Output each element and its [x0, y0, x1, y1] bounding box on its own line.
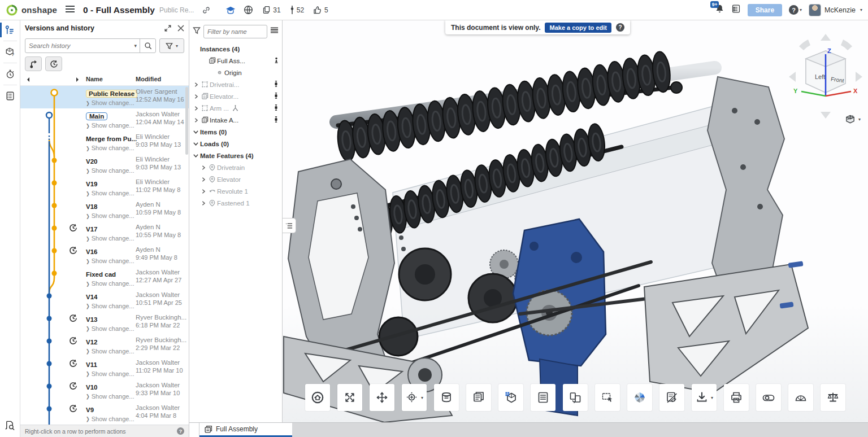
expand-panel-icon[interactable]	[164, 24, 172, 32]
version-row[interactable]: Main ❯Show change... Jackson Walter 12:0…	[20, 108, 189, 131]
copy-link-icon[interactable]	[202, 6, 211, 15]
show-changes-chevron[interactable]: ❯	[86, 371, 90, 377]
show-changes-chevron[interactable]: ❯	[86, 258, 90, 264]
branches-count[interactable]: 52	[290, 5, 304, 15]
search-dropdown-caret[interactable]: ▾	[131, 43, 140, 49]
show-changes-chevron[interactable]: ❯	[86, 213, 90, 219]
version-row[interactable]: V11 ❯Show change... Jackson Walter 11:02…	[20, 357, 189, 379]
show-changes-link[interactable]: Show change...	[92, 99, 134, 106]
share-button[interactable]: Share	[748, 4, 782, 16]
instance-item-elevator[interactable]: Elevator	[189, 173, 282, 185]
instance-item-fastened-1[interactable]: Fastened 1	[189, 197, 282, 209]
assembly-3d-model[interactable]	[283, 20, 868, 422]
onshape-logo[interactable]: onshape	[6, 4, 57, 16]
show-changes-link[interactable]: Show change...	[92, 348, 134, 355]
status-help-icon[interactable]: ?	[177, 427, 184, 435]
notifications-bell[interactable]: 9+	[715, 4, 724, 16]
show-changes-link[interactable]: Show change...	[92, 393, 134, 400]
show-changes-link[interactable]: Show change...	[92, 257, 134, 264]
copies-count[interactable]: 31	[262, 6, 280, 14]
expand-graph-icon[interactable]	[76, 77, 81, 82]
viewcube-arrow-right[interactable]	[856, 72, 862, 82]
show-branches-toggle[interactable]	[25, 56, 42, 71]
viewcube-arrow-left[interactable]	[789, 72, 796, 82]
bom-table-button[interactable]	[531, 384, 555, 411]
rail-document-search[interactable]	[0, 416, 20, 435]
tab-full-assembly[interactable]: Full Assembly	[199, 423, 292, 437]
viewcube-rotate-left[interactable]	[799, 40, 810, 50]
version-row[interactable]: V20 ❯Show change... Eli Winckler 9:03 PM…	[20, 154, 189, 176]
rail-versions-history[interactable]	[0, 20, 20, 40]
exploded-view-button[interactable]	[498, 384, 523, 411]
expand-icon[interactable]	[192, 106, 200, 111]
collapse-icon[interactable]	[192, 141, 200, 147]
instance-item-arm[interactable]: Arm ...	[189, 102, 282, 114]
show-changes-chevron[interactable]: ❯	[86, 100, 90, 106]
likes-count[interactable]: 5	[313, 6, 328, 15]
list-view-icon[interactable]	[270, 27, 279, 37]
instance-item-origin[interactable]: Origin	[189, 67, 282, 78]
show-changes-link[interactable]: Show change...	[92, 167, 134, 174]
show-changes-link[interactable]: Show change...	[92, 325, 134, 332]
show-changes-link[interactable]: Show change...	[92, 416, 134, 422]
version-row[interactable]: Merge from Pu... ❯Show change... Eli Win…	[20, 131, 189, 154]
pin-icon[interactable]	[272, 104, 280, 112]
export-download-button[interactable]: ▾	[692, 384, 717, 411]
history-filter-button[interactable]: ▾	[159, 38, 184, 53]
pin-icon[interactable]	[272, 92, 280, 100]
dropdown-caret[interactable]: ▾	[421, 395, 423, 400]
history-search[interactable]: ▾	[25, 38, 156, 53]
rail-parts-list[interactable]: ?	[0, 42, 20, 62]
viewcube-arrow-down[interactable]	[821, 112, 831, 119]
show-changes-chevron[interactable]: ❯	[86, 123, 90, 129]
instance-item-intake-a[interactable]: Intake A...	[189, 114, 282, 126]
show-changes-link[interactable]: Show change...	[92, 212, 134, 219]
instance-item-items-0[interactable]: Items (0)	[189, 126, 282, 138]
measure-button[interactable]	[756, 384, 781, 411]
show-changes-link[interactable]: Show change...	[92, 303, 134, 309]
collapse-graph-icon[interactable]	[25, 77, 29, 82]
user-menu[interactable]: McKenzie ▾	[809, 4, 862, 16]
show-changes-link[interactable]: Show change...	[92, 370, 134, 377]
instances-filter-input[interactable]	[203, 25, 267, 38]
tasks-icon[interactable]	[731, 4, 741, 16]
collapse-icon[interactable]	[192, 129, 200, 135]
dropdown-caret[interactable]: ▾	[711, 395, 713, 400]
instance-item-full-ass[interactable]: Full Ass...	[189, 55, 282, 67]
version-row[interactable]: V19 ❯Show change... Eli Winckler 11:02 P…	[20, 176, 189, 199]
instance-item-revolute-1[interactable]: Revolute 1	[189, 185, 282, 197]
search-icon[interactable]	[140, 39, 155, 53]
pin-icon[interactable]	[272, 80, 280, 89]
show-changes-chevron[interactable]: ❯	[86, 168, 90, 174]
zoom-to-fit-button[interactable]	[337, 384, 362, 411]
protractor-button[interactable]	[788, 384, 813, 411]
version-row[interactable]: Public Release ❯Show change... Oliver Sa…	[20, 86, 189, 108]
pan-button[interactable]	[370, 384, 394, 411]
version-row[interactable]: V18 ❯Show change... Ayden N 10:59 PM May…	[20, 199, 189, 221]
rail-performance[interactable]	[0, 64, 20, 84]
expand-icon[interactable]	[192, 82, 200, 88]
view-home-button[interactable]	[305, 384, 330, 411]
panel-flyout-handle[interactable]	[283, 218, 296, 233]
show-changes-chevron[interactable]: ❯	[86, 326, 90, 332]
version-row[interactable]: V14 ❯Show change... Jackson Walter 10:51…	[20, 289, 189, 312]
rail-release-notes[interactable]	[0, 86, 20, 106]
tab-manager-button[interactable]	[189, 423, 199, 437]
instance-item-instances-4[interactable]: Instances (4)	[189, 43, 282, 55]
viewcube-rotate-right[interactable]	[841, 40, 852, 50]
show-changes-link[interactable]: Show change...	[92, 145, 134, 151]
show-restores-toggle[interactable]	[45, 56, 62, 71]
instance-item-mate-features-4[interactable]: Mate Features (4)	[189, 150, 282, 161]
show-changes-chevron[interactable]: ❯	[86, 348, 90, 355]
help-menu[interactable]: ?▾	[789, 5, 802, 15]
expand-icon[interactable]	[192, 117, 200, 123]
main-menu-icon[interactable]	[65, 5, 75, 15]
show-changes-chevron[interactable]: ❯	[86, 281, 90, 287]
show-changes-chevron[interactable]: ❯	[86, 303, 90, 309]
version-row[interactable]: Fixed cad ❯Show change... Jackson Walter…	[20, 266, 189, 289]
show-changes-chevron[interactable]: ❯	[86, 416, 90, 422]
make-copy-button[interactable]: Make a copy to edit	[545, 23, 611, 33]
view-cube[interactable]: Left Front Z Y X	[783, 29, 868, 142]
show-changes-link[interactable]: Show change...	[92, 280, 134, 287]
collapse-icon[interactable]	[192, 152, 200, 159]
